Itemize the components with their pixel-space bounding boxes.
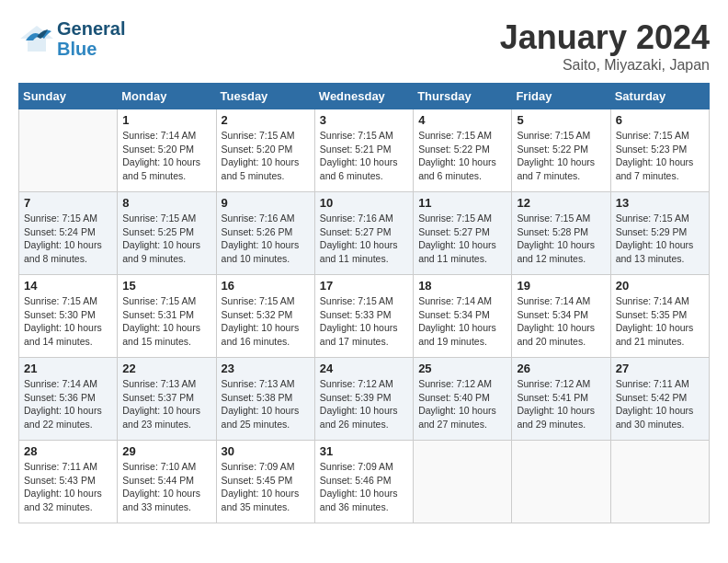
calendar-subtitle: Saito, Miyazaki, Japan xyxy=(500,57,710,74)
column-header-wednesday: Wednesday xyxy=(314,84,413,109)
day-info: Sunrise: 7:15 AMSunset: 5:22 PMDaylight:… xyxy=(517,129,605,183)
day-info: Sunrise: 7:15 AMSunset: 5:30 PMDaylight:… xyxy=(24,294,112,349)
page-header: General Blue January 2024 Saito, Miyazak… xyxy=(18,18,710,74)
calendar-week-row: 1Sunrise: 7:14 AMSunset: 5:20 PMDaylight… xyxy=(19,109,710,192)
calendar-week-row: 7Sunrise: 7:15 AMSunset: 5:24 PMDaylight… xyxy=(19,192,710,275)
calendar-day-cell: 31Sunrise: 7:09 AMSunset: 5:46 PMDayligh… xyxy=(314,441,413,523)
day-number: 14 xyxy=(24,279,112,293)
day-number: 4 xyxy=(418,113,506,127)
day-number: 18 xyxy=(418,279,506,293)
day-number: 27 xyxy=(616,362,704,375)
calendar-day-cell: 15Sunrise: 7:15 AMSunset: 5:31 PMDayligh… xyxy=(118,275,216,358)
day-info: Sunrise: 7:11 AMSunset: 5:42 PMDaylight:… xyxy=(616,377,704,431)
day-number: 15 xyxy=(122,279,210,293)
day-info: Sunrise: 7:09 AMSunset: 5:46 PMDaylight:… xyxy=(320,460,408,514)
logo-bird-icon xyxy=(18,22,55,55)
day-number: 16 xyxy=(222,279,310,293)
calendar-day-cell: 28Sunrise: 7:11 AMSunset: 5:43 PMDayligh… xyxy=(19,441,118,523)
day-info: Sunrise: 7:15 AMSunset: 5:21 PMDaylight:… xyxy=(320,129,408,183)
day-number: 28 xyxy=(24,444,112,458)
calendar-day-cell xyxy=(19,109,118,192)
day-info: Sunrise: 7:16 AMSunset: 5:27 PMDaylight:… xyxy=(320,212,408,266)
day-number: 13 xyxy=(616,196,704,210)
day-info: Sunrise: 7:14 AMSunset: 5:35 PMDaylight:… xyxy=(616,294,704,349)
calendar-day-cell: 13Sunrise: 7:15 AMSunset: 5:29 PMDayligh… xyxy=(610,192,709,275)
calendar-header-row: SundayMondayTuesdayWednesdayThursdayFrid… xyxy=(19,84,710,109)
calendar-day-cell: 27Sunrise: 7:11 AMSunset: 5:42 PMDayligh… xyxy=(610,358,709,441)
day-info: Sunrise: 7:15 AMSunset: 5:22 PMDaylight:… xyxy=(418,129,506,183)
calendar-day-cell: 29Sunrise: 7:10 AMSunset: 5:44 PMDayligh… xyxy=(118,441,216,523)
day-number: 11 xyxy=(418,196,506,210)
day-info: Sunrise: 7:12 AMSunset: 5:40 PMDaylight:… xyxy=(418,377,506,431)
day-info: Sunrise: 7:12 AMSunset: 5:39 PMDaylight:… xyxy=(320,377,408,431)
day-number: 29 xyxy=(122,444,210,458)
day-number: 3 xyxy=(320,113,408,127)
svg-marker-0 xyxy=(20,26,53,52)
day-number: 1 xyxy=(122,113,210,127)
day-number: 22 xyxy=(122,362,210,375)
day-number: 20 xyxy=(616,279,704,293)
calendar-day-cell: 8Sunrise: 7:15 AMSunset: 5:25 PMDaylight… xyxy=(118,192,216,275)
day-info: Sunrise: 7:15 AMSunset: 5:25 PMDaylight:… xyxy=(122,212,210,266)
calendar-day-cell: 16Sunrise: 7:15 AMSunset: 5:32 PMDayligh… xyxy=(216,275,314,358)
calendar-day-cell: 2Sunrise: 7:15 AMSunset: 5:20 PMDaylight… xyxy=(216,109,314,192)
calendar-day-cell: 24Sunrise: 7:12 AMSunset: 5:39 PMDayligh… xyxy=(314,358,413,441)
calendar-day-cell: 21Sunrise: 7:14 AMSunset: 5:36 PMDayligh… xyxy=(19,358,118,441)
calendar-day-cell: 22Sunrise: 7:13 AMSunset: 5:37 PMDayligh… xyxy=(118,358,216,441)
day-number: 17 xyxy=(320,279,408,293)
day-info: Sunrise: 7:14 AMSunset: 5:34 PMDaylight:… xyxy=(418,294,506,349)
calendar-day-cell: 23Sunrise: 7:13 AMSunset: 5:38 PMDayligh… xyxy=(216,358,314,441)
day-info: Sunrise: 7:15 AMSunset: 5:20 PMDaylight:… xyxy=(222,129,310,183)
day-info: Sunrise: 7:15 AMSunset: 5:28 PMDaylight:… xyxy=(517,212,605,266)
calendar-week-row: 28Sunrise: 7:11 AMSunset: 5:43 PMDayligh… xyxy=(19,441,710,523)
column-header-monday: Monday xyxy=(118,84,216,109)
title-area: January 2024 Saito, Miyazaki, Japan xyxy=(500,18,710,74)
column-header-sunday: Sunday xyxy=(19,84,118,109)
calendar-day-cell: 4Sunrise: 7:15 AMSunset: 5:22 PMDaylight… xyxy=(414,109,512,192)
calendar-day-cell: 19Sunrise: 7:14 AMSunset: 5:34 PMDayligh… xyxy=(512,275,610,358)
day-info: Sunrise: 7:15 AMSunset: 5:33 PMDaylight:… xyxy=(320,294,408,349)
day-info: Sunrise: 7:15 AMSunset: 5:32 PMDaylight:… xyxy=(222,294,310,349)
calendar-day-cell: 11Sunrise: 7:15 AMSunset: 5:27 PMDayligh… xyxy=(414,192,512,275)
calendar-title: January 2024 xyxy=(500,18,710,57)
calendar-day-cell: 5Sunrise: 7:15 AMSunset: 5:22 PMDaylight… xyxy=(512,109,610,192)
calendar-day-cell: 3Sunrise: 7:15 AMSunset: 5:21 PMDaylight… xyxy=(314,109,413,192)
calendar-day-cell: 14Sunrise: 7:15 AMSunset: 5:30 PMDayligh… xyxy=(19,275,118,358)
day-number: 31 xyxy=(320,444,408,458)
calendar-day-cell: 1Sunrise: 7:14 AMSunset: 5:20 PMDaylight… xyxy=(118,109,216,192)
calendar-day-cell xyxy=(414,441,512,523)
logo-text-blue: Blue xyxy=(57,39,125,59)
calendar-day-cell: 10Sunrise: 7:16 AMSunset: 5:27 PMDayligh… xyxy=(314,192,413,275)
calendar-day-cell: 30Sunrise: 7:09 AMSunset: 5:45 PMDayligh… xyxy=(216,441,314,523)
day-number: 24 xyxy=(320,362,408,375)
day-number: 7 xyxy=(24,196,112,210)
day-info: Sunrise: 7:14 AMSunset: 5:34 PMDaylight:… xyxy=(517,294,605,349)
calendar-day-cell xyxy=(512,441,610,523)
day-number: 6 xyxy=(616,113,704,127)
calendar-day-cell: 20Sunrise: 7:14 AMSunset: 5:35 PMDayligh… xyxy=(610,275,709,358)
day-info: Sunrise: 7:13 AMSunset: 5:37 PMDaylight:… xyxy=(122,377,210,431)
calendar-day-cell: 6Sunrise: 7:15 AMSunset: 5:23 PMDaylight… xyxy=(610,109,709,192)
column-header-friday: Friday xyxy=(512,84,610,109)
calendar-table: SundayMondayTuesdayWednesdayThursdayFrid… xyxy=(18,83,710,523)
day-info: Sunrise: 7:14 AMSunset: 5:20 PMDaylight:… xyxy=(122,129,210,183)
day-number: 8 xyxy=(122,196,210,210)
column-header-thursday: Thursday xyxy=(414,84,512,109)
calendar-day-cell: 17Sunrise: 7:15 AMSunset: 5:33 PMDayligh… xyxy=(314,275,413,358)
day-info: Sunrise: 7:15 AMSunset: 5:27 PMDaylight:… xyxy=(418,212,506,266)
logo-text-general: General xyxy=(57,18,125,39)
day-number: 30 xyxy=(222,444,310,458)
calendar-day-cell: 26Sunrise: 7:12 AMSunset: 5:41 PMDayligh… xyxy=(512,358,610,441)
day-number: 25 xyxy=(418,362,506,375)
calendar-day-cell: 9Sunrise: 7:16 AMSunset: 5:26 PMDaylight… xyxy=(216,192,314,275)
day-info: Sunrise: 7:10 AMSunset: 5:44 PMDaylight:… xyxy=(122,460,210,514)
day-number: 12 xyxy=(517,196,605,210)
day-info: Sunrise: 7:12 AMSunset: 5:41 PMDaylight:… xyxy=(517,377,605,431)
day-info: Sunrise: 7:11 AMSunset: 5:43 PMDaylight:… xyxy=(24,460,112,514)
day-info: Sunrise: 7:15 AMSunset: 5:24 PMDaylight:… xyxy=(24,212,112,266)
calendar-day-cell: 12Sunrise: 7:15 AMSunset: 5:28 PMDayligh… xyxy=(512,192,610,275)
column-header-tuesday: Tuesday xyxy=(216,84,314,109)
column-header-saturday: Saturday xyxy=(610,84,709,109)
day-info: Sunrise: 7:15 AMSunset: 5:29 PMDaylight:… xyxy=(616,212,704,266)
calendar-week-row: 21Sunrise: 7:14 AMSunset: 5:36 PMDayligh… xyxy=(19,358,710,441)
